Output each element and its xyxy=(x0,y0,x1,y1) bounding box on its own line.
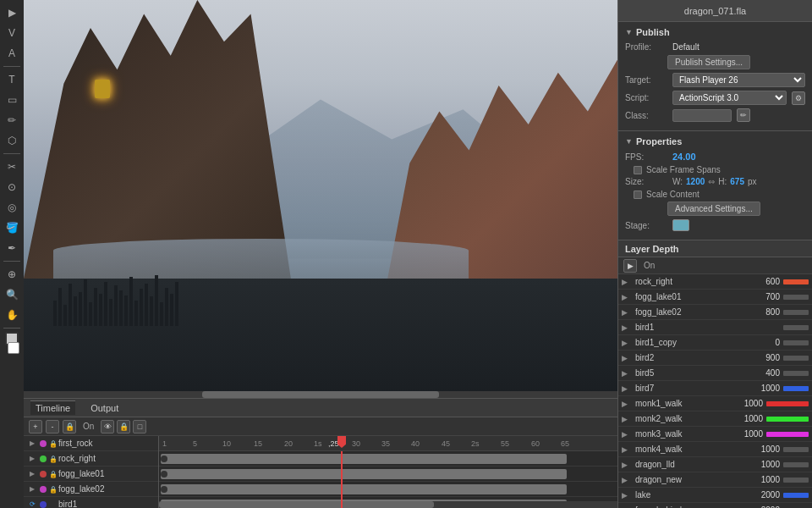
ld-layer-icon: ▶ xyxy=(622,369,632,378)
timeline-frames[interactable]: 1 5 10 15 20 1s ,25 30 35 40 45 2s 55 60… xyxy=(159,436,617,508)
frame-num-25: ,25 xyxy=(328,439,339,448)
tl-lock-layer[interactable]: 🔒 xyxy=(117,420,130,433)
frame-num-65: 65 xyxy=(561,439,569,448)
tool-paint[interactable]: ◎ xyxy=(3,198,21,217)
scale-content-checkbox[interactable] xyxy=(634,190,642,199)
tl-new-layer[interactable]: + xyxy=(29,420,42,433)
tool-eyedrop[interactable]: ⊙ xyxy=(3,178,21,196)
layer-lock[interactable]: 🔒 xyxy=(49,440,56,447)
timeline-header: Timeline Output xyxy=(24,399,617,417)
ld-depth-value: 1000 xyxy=(749,475,780,484)
advanced-settings-button[interactable]: Advanced Settings... xyxy=(667,202,760,216)
ld-play-btn[interactable]: ▶ xyxy=(623,259,637,273)
layer-row-rock-right[interactable]: ▶ 🔒 rock_right xyxy=(24,451,158,467)
ld-color-bar xyxy=(783,295,809,300)
tl-outline[interactable]: □ xyxy=(133,420,146,433)
layer-row-fogg-lake02[interactable]: ▶ 🔒 fogg_lake02 xyxy=(24,482,158,497)
ld-row-lake[interactable]: ▶ lake 2000 xyxy=(618,488,812,503)
size-label: Size: xyxy=(625,177,667,186)
target-select[interactable]: Flash Player 26 xyxy=(672,73,805,87)
ld-row-fogg-lake01[interactable]: ▶ fogg_lake01 700 xyxy=(618,290,812,305)
frame-num-45: 45 xyxy=(442,439,450,448)
layer-icon: ▶ xyxy=(27,454,37,464)
scale-frame-checkbox[interactable] xyxy=(634,166,642,174)
advanced-row: Advanced Settings... xyxy=(625,202,805,216)
tl-eye-all[interactable]: 👁 xyxy=(101,420,114,433)
frame-num-55: 55 xyxy=(501,439,509,448)
tool-select[interactable]: ▶ xyxy=(3,3,21,22)
mountain-left xyxy=(24,0,291,279)
timeline-hscrollbar[interactable] xyxy=(159,501,617,508)
toolbar-sep-1 xyxy=(3,66,20,67)
left-toolbar: ▶ V A T ▭ ✏ ⬡ ✂ ⊙ ◎ 🪣 ✒ ⊕ 🔍 ✋ xyxy=(0,0,24,508)
tool-fill-color[interactable] xyxy=(8,342,19,354)
script-select[interactable]: ActionScript 3.0 xyxy=(672,91,787,105)
tool-add[interactable]: ⊕ xyxy=(3,265,21,284)
layer-depth-header: Layer Depth xyxy=(618,240,812,257)
frame-row-fogg-lake01 xyxy=(159,482,617,497)
layer-icon: ▶ xyxy=(27,439,37,449)
layer-lock[interactable]: 🔒 xyxy=(49,456,56,462)
layer-row-first-rock[interactable]: ▶ 🔒 first_rock xyxy=(24,436,158,451)
canvas-area[interactable] xyxy=(24,0,617,398)
ld-row-dragon-lld[interactable]: ▶ dragon_lld 1000 xyxy=(618,457,812,472)
layer-lock[interactable]: 🔒 xyxy=(49,471,56,478)
ld-row-dragon-new[interactable]: ▶ dragon_new 1000 xyxy=(618,472,812,488)
layer-row-fogg-lake01[interactable]: ▶ 🔒 fogg_lake01 xyxy=(24,467,158,482)
tool-rect[interactable]: ▭ xyxy=(3,91,21,109)
ld-layer-name: monk3_walk xyxy=(635,429,729,439)
ld-row-bird7[interactable]: ▶ bird7 1000 xyxy=(618,381,812,396)
tool-hand[interactable]: ✋ xyxy=(3,306,21,324)
ld-color-bar xyxy=(783,356,809,361)
class-browse-icon[interactable]: ✏ xyxy=(737,108,750,122)
ld-row-fogg-behind[interactable]: ▶ fogg_behind... 2000 xyxy=(618,503,812,508)
layer-row-bird1[interactable]: ⟳ bird1 xyxy=(24,497,158,508)
ld-row-monk2[interactable]: ▶ monk2_walk 1000 xyxy=(618,411,812,427)
tab-output[interactable]: Output xyxy=(85,401,123,415)
ld-depth-value: 400 xyxy=(749,368,780,378)
profile-row: Profile: Default xyxy=(625,42,805,52)
publish-settings-button[interactable]: Publish Settings... xyxy=(667,55,750,69)
tool-scissors[interactable]: ✂ xyxy=(3,157,21,176)
layer-lock[interactable]: 🔒 xyxy=(49,486,56,493)
tool-pen[interactable]: ✒ xyxy=(3,239,21,257)
ld-row-bird1-copy[interactable]: ▶ bird1_copy 0 xyxy=(618,335,812,351)
class-input[interactable] xyxy=(672,109,732,122)
ld-row-fogg-lake02[interactable]: ▶ fogg_lake02 800 xyxy=(618,305,812,320)
tab-timeline[interactable]: Timeline xyxy=(30,400,75,415)
canvas-hscroll-thumb[interactable] xyxy=(202,391,440,398)
properties-section-header[interactable]: ▼ Properties xyxy=(625,136,805,146)
ld-row-bird1[interactable]: ▶ bird1 xyxy=(618,320,812,335)
publish-section-header[interactable]: ▼ Publish xyxy=(625,27,805,37)
ld-row-bird5[interactable]: ▶ bird5 400 xyxy=(618,366,812,381)
tool-subselect[interactable]: A xyxy=(3,44,21,63)
ld-color-bar xyxy=(783,371,809,376)
ld-row-rock-right[interactable]: ▶ rock_right 600 xyxy=(618,274,812,290)
tool-arrow[interactable]: V xyxy=(3,24,21,42)
ld-layer-name: fogg_lake02 xyxy=(635,307,746,317)
tool-zoom[interactable]: 🔍 xyxy=(3,285,21,304)
tree-7 xyxy=(84,279,87,326)
ld-layer-icon: ▶ xyxy=(622,308,632,317)
ld-color-bar xyxy=(783,310,809,315)
tool-bucket[interactable]: 🪣 xyxy=(3,218,21,237)
stage-color-swatch[interactable] xyxy=(672,219,689,231)
tool-text[interactable]: T xyxy=(3,70,21,89)
tl-lock-all[interactable]: 🔒 xyxy=(63,420,76,433)
script-settings-icon[interactable]: ⚙ xyxy=(792,91,805,105)
tool-hex[interactable]: ⬡ xyxy=(3,131,21,150)
ld-row-monk4[interactable]: ▶ monk4_walk 1000 xyxy=(618,442,812,457)
timeline-layers: ▶ 🔒 first_rock ▶ 🔒 rock_right ▶ 🔒 fogg_l… xyxy=(24,436,159,508)
tl-delete-layer[interactable]: - xyxy=(46,420,59,433)
ld-row-bird2[interactable]: ▶ bird2 900 xyxy=(618,351,812,366)
ld-row-monk3[interactable]: ▶ monk3_walk 1000 xyxy=(618,427,812,442)
layer-lock[interactable] xyxy=(49,501,56,508)
timeline-hscroll-thumb[interactable] xyxy=(159,501,434,508)
tool-pencil[interactable]: ✏ xyxy=(3,111,21,130)
size-swap-icon[interactable]: ⇔ xyxy=(708,177,715,186)
publish-arrow: ▼ xyxy=(625,28,633,36)
canvas-hscrollbar[interactable] xyxy=(24,391,617,398)
toolbar-sep-2 xyxy=(3,153,20,154)
target-label: Target: xyxy=(625,75,667,85)
ld-row-monk1[interactable]: ▶ monk1_walk 1000 xyxy=(618,396,812,411)
